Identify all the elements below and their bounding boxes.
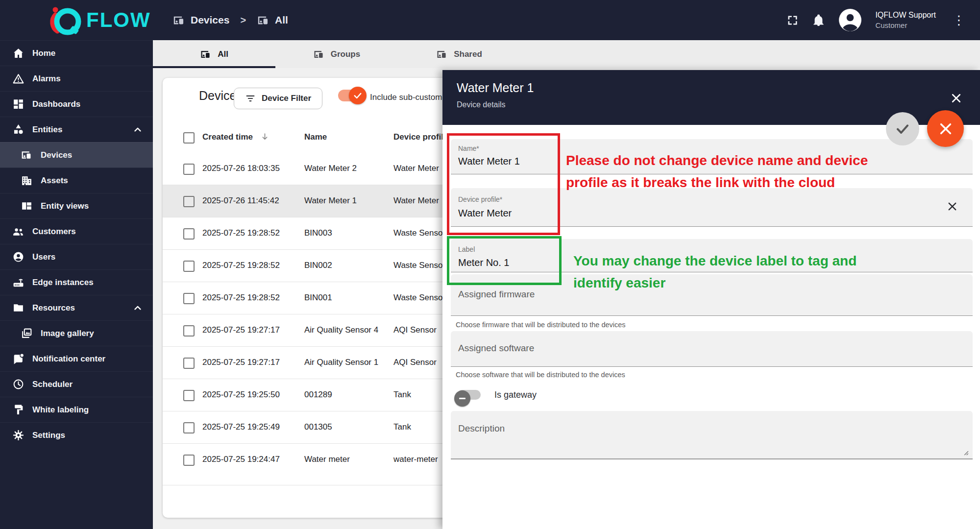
- row-checkbox[interactable]: [183, 228, 195, 240]
- avatar[interactable]: [838, 8, 862, 32]
- cell-device-profile: Waste Sensor: [393, 293, 445, 303]
- cell-device-profile: water-meter: [393, 455, 438, 464]
- panel-subtitle: Device details: [457, 100, 506, 109]
- devices-icon: [436, 48, 448, 60]
- iqflow-logo[interactable]: FLOW: [49, 3, 151, 37]
- clear-profile-icon[interactable]: [947, 201, 958, 212]
- device-profile-field[interactable]: Device profile* Water Meter: [451, 188, 973, 227]
- sidebar-item-label: Customers: [32, 227, 76, 237]
- row-checkbox[interactable]: [183, 422, 195, 433]
- sidebar-item-label: Notification center: [32, 354, 105, 364]
- sidebar-item-label: Entities: [32, 125, 62, 135]
- logo-mark-icon: [49, 3, 83, 37]
- resize-handle-icon[interactable]: [962, 449, 969, 456]
- close-edit-fab[interactable]: [927, 110, 964, 147]
- sidebar-item-scheduler[interactable]: Scheduler: [0, 371, 153, 397]
- sidebar-item-label: Users: [32, 252, 55, 262]
- is-gateway-row: Is gateway: [457, 386, 537, 404]
- tab-groups[interactable]: Groups: [275, 40, 398, 68]
- label-field-value: Meter No. 1: [458, 257, 509, 268]
- sidebar-item-label: Devices: [41, 150, 72, 160]
- cell-created-time: 2025-07-26 18:03:35: [202, 164, 280, 173]
- breadcrumb-separator: >: [240, 15, 246, 26]
- assigned-software-select[interactable]: Assigned software: [451, 331, 973, 367]
- dashboards-icon: [12, 98, 24, 110]
- label-field[interactable]: Label Meter No. 1: [451, 239, 973, 272]
- name-field-label: Name*: [458, 144, 479, 152]
- firmware-hint: Choose firmware that will be distributed…: [456, 321, 626, 329]
- sidebar-item-label: Image gallery: [41, 329, 94, 338]
- devices-icon: [257, 14, 270, 27]
- user-info: IQFLOW Support Customer: [875, 10, 936, 30]
- row-checkbox[interactable]: [183, 261, 195, 272]
- apply-changes-fab[interactable]: [886, 112, 919, 145]
- row-checkbox[interactable]: [183, 164, 195, 175]
- column-name[interactable]: Name: [304, 132, 327, 142]
- top-header: FLOW Devices > All IQFLOW Support Custom…: [0, 0, 980, 40]
- row-checkbox[interactable]: [183, 455, 195, 466]
- sidebar-item-notification-center[interactable]: Notification center: [0, 346, 153, 371]
- sidebar-item-home[interactable]: Home: [0, 40, 153, 66]
- sidebar-item-image-gallery[interactable]: Image gallery: [0, 320, 153, 346]
- sidebar-item-label: Entity views: [41, 201, 89, 211]
- tab-shared[interactable]: Shared: [398, 40, 520, 68]
- row-checkbox[interactable]: [183, 325, 195, 337]
- is-gateway-label: Is gateway: [494, 390, 537, 400]
- column-created-time[interactable]: Created time: [202, 132, 270, 142]
- chevron-up-icon[interactable]: [132, 303, 143, 313]
- cell-device-profile: Water Meter: [393, 196, 439, 206]
- is-gateway-toggle[interactable]: [457, 390, 481, 400]
- devices-icon: [172, 14, 186, 27]
- cell-created-time: 2025-07-25 19:25:50: [202, 390, 280, 400]
- cell-name: Water meter: [304, 455, 350, 464]
- sidebar-item-label: Alarms: [32, 74, 61, 84]
- sidebar-item-edge-instances[interactable]: Edge instances: [0, 269, 153, 295]
- entity-views-icon: [21, 200, 33, 212]
- row-checkbox[interactable]: [183, 293, 195, 304]
- sidebar-item-entities[interactable]: Entities: [0, 117, 153, 142]
- chevron-up-icon[interactable]: [132, 124, 143, 135]
- row-checkbox[interactable]: [183, 390, 195, 401]
- assigned-firmware-select[interactable]: Assigned firmware: [451, 274, 973, 316]
- tab-all[interactable]: All: [153, 40, 275, 68]
- cell-device-profile: Water Meter: [393, 164, 439, 173]
- sidebar-item-settings[interactable]: Settings: [0, 422, 153, 448]
- sidebar-item-alarms[interactable]: Alarms: [0, 66, 153, 91]
- device-profile-value: Water Meter: [458, 208, 512, 219]
- sidebar: HomeAlarmsDashboardsEntitiesDevicesAsset…: [0, 40, 153, 529]
- cell-created-time: 2025-07-25 19:24:47: [202, 455, 280, 464]
- row-checkbox[interactable]: [183, 196, 195, 207]
- kebab-menu-icon[interactable]: ⋮: [951, 14, 967, 26]
- category-icon: [12, 123, 24, 136]
- breadcrumb-all[interactable]: All: [257, 14, 288, 27]
- sidebar-item-label: Assets: [41, 176, 68, 186]
- sidebar-item-users[interactable]: Users: [0, 244, 153, 269]
- sidebar-item-resources[interactable]: Resources: [0, 295, 153, 320]
- sort-desc-icon: [260, 132, 270, 142]
- sidebar-item-entity-views[interactable]: Entity views: [0, 193, 153, 218]
- fullscreen-icon[interactable]: [786, 14, 799, 27]
- sidebar-item-devices[interactable]: Devices: [0, 142, 153, 168]
- sidebar-item-white-labeling[interactable]: White labeling: [0, 397, 153, 422]
- cell-device-profile: AQI Sensor: [393, 325, 437, 335]
- close-icon[interactable]: [950, 92, 962, 104]
- notifications-bell-icon[interactable]: [812, 14, 825, 27]
- select-all-checkbox[interactable]: [183, 132, 195, 144]
- sidebar-item-dashboards[interactable]: Dashboards: [0, 91, 153, 117]
- cell-device-profile: AQI Sensor: [393, 358, 437, 367]
- row-checkbox[interactable]: [183, 358, 195, 369]
- warning-icon: [12, 72, 24, 85]
- name-field-value: Water Meter 1: [458, 156, 520, 167]
- device-filter-button[interactable]: Device Filter: [234, 88, 322, 109]
- breadcrumb-devices[interactable]: Devices: [172, 14, 229, 27]
- tab-bar: All Groups Shared: [153, 40, 980, 68]
- include-sub-customer-toggle[interactable]: [338, 90, 365, 101]
- name-field[interactable]: Name* Water Meter 1: [451, 139, 973, 174]
- filter-icon: [245, 93, 256, 104]
- user-name: IQFLOW Support: [875, 10, 936, 21]
- column-device-profile[interactable]: Device profile: [393, 132, 448, 142]
- description-textarea[interactable]: Description: [451, 411, 973, 459]
- sidebar-item-customers[interactable]: Customers: [0, 218, 153, 244]
- app-screen: FLOW Devices > All IQFLOW Support Custom…: [0, 0, 980, 529]
- sidebar-item-assets[interactable]: Assets: [0, 168, 153, 193]
